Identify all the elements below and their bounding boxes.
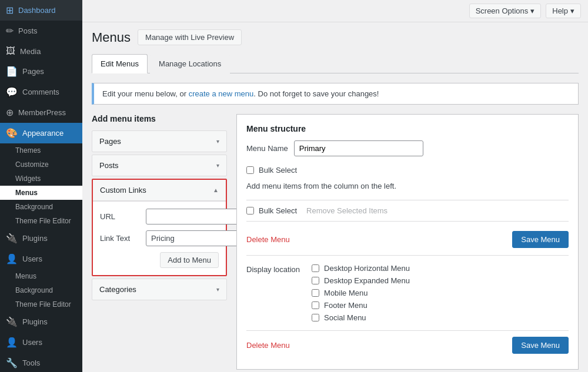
sidebar-sub-theme-file-editor-2[interactable]: Theme File Editor bbox=[0, 297, 82, 311]
info-notice: Edit your menu below, or create a new me… bbox=[92, 83, 579, 105]
location-desktop-horizontal-label: Desktop Horizontal Menu bbox=[324, 264, 410, 273]
sidebar-sub-menus[interactable]: Menus bbox=[0, 186, 82, 200]
delete-save-bottom-row: Delete Menu Save Menu bbox=[246, 330, 569, 360]
sidebar-item-appearance[interactable]: 🎨 Appearance bbox=[0, 123, 82, 143]
sidebar-item-media[interactable]: 🖼 Media bbox=[0, 41, 82, 61]
create-new-menu-link[interactable]: create a new menu bbox=[189, 89, 254, 98]
posts-accordion: Posts ▾ bbox=[92, 155, 227, 176]
users-icon-2: 👤 bbox=[6, 337, 18, 348]
location-footer-menu-checkbox[interactable] bbox=[312, 301, 319, 309]
sidebar-item-plugins-2[interactable]: 🔌 Plugins bbox=[0, 311, 82, 332]
display-location-section: Display location Desktop Horizontal Menu… bbox=[246, 264, 569, 326]
custom-links-arrow-icon: ▲ bbox=[213, 187, 219, 193]
delete-save-top-row: Delete Menu Save Menu bbox=[246, 231, 569, 256]
location-desktop-expanded-checkbox[interactable] bbox=[312, 277, 319, 284]
right-column: Menu structure Menu Name Bulk Select Add… bbox=[236, 114, 579, 370]
action-bar-top: Bulk Select Remove Selected Items bbox=[246, 200, 569, 222]
add-menu-items-title: Add menu items bbox=[92, 114, 227, 123]
media-icon: 🖼 bbox=[6, 46, 15, 56]
remove-selected-items-link[interactable]: Remove Selected Items bbox=[306, 206, 387, 215]
save-menu-top-button[interactable]: Save Menu bbox=[512, 231, 569, 248]
comments-icon: 💬 bbox=[6, 86, 18, 98]
custom-links-accordion: Custom Links ▲ URL Link Text bbox=[92, 179, 227, 276]
bulk-select-top-label: Bulk Select bbox=[259, 166, 297, 175]
bulk-select-bottom-label: Bulk Select bbox=[259, 206, 297, 215]
url-row: URL bbox=[100, 209, 219, 224]
bulk-select-bottom-checkbox[interactable] bbox=[246, 207, 254, 215]
link-text-label: Link Text bbox=[100, 234, 141, 243]
pages-accordion-header[interactable]: Pages ▾ bbox=[92, 131, 226, 152]
pages-accordion: Pages ▾ bbox=[92, 130, 227, 152]
location-checkboxes: Desktop Horizontal Menu Desktop Expanded… bbox=[312, 264, 410, 326]
help-button[interactable]: Help ▾ bbox=[546, 4, 581, 18]
memberpress-icon: ⊕ bbox=[6, 107, 14, 118]
location-desktop-expanded: Desktop Expanded Menu bbox=[312, 276, 410, 285]
plugins-icon-2: 🔌 bbox=[6, 316, 18, 327]
add-to-menu-button[interactable]: Add to Menu bbox=[160, 252, 219, 268]
sidebar-sub-themes[interactable]: Themes bbox=[0, 143, 82, 157]
sidebar-item-posts[interactable]: ✏ Posts bbox=[0, 21, 82, 41]
posts-icon: ✏ bbox=[6, 25, 14, 36]
left-column: Add menu items Pages ▾ Posts ▾ bbox=[92, 114, 227, 303]
delete-menu-bottom-link[interactable]: Delete Menu bbox=[246, 341, 290, 350]
menu-name-input[interactable] bbox=[294, 140, 423, 156]
appearance-icon: 🎨 bbox=[6, 128, 18, 139]
pages-icon: 📄 bbox=[6, 66, 18, 77]
live-preview-button[interactable]: Manage with Live Preview bbox=[138, 29, 242, 45]
page-area: Menus Manage with Live Preview Edit Menu… bbox=[82, 22, 588, 372]
location-social-menu-label: Social Menu bbox=[324, 313, 366, 322]
location-mobile-menu-checkbox[interactable] bbox=[312, 289, 319, 297]
location-footer-menu: Footer Menu bbox=[312, 301, 410, 310]
page-header: Menus Manage with Live Preview bbox=[92, 29, 579, 45]
sidebar-item-users[interactable]: 👤 Users bbox=[0, 249, 82, 269]
users-icon: 👤 bbox=[6, 253, 18, 264]
location-social-menu-checkbox[interactable] bbox=[312, 314, 319, 321]
location-footer-menu-label: Footer Menu bbox=[324, 301, 368, 310]
add-items-hint: Add menu items from the column on the le… bbox=[246, 182, 569, 190]
sidebar-sub-menus-2[interactable]: Menus bbox=[0, 269, 82, 283]
delete-menu-top-link[interactable]: Delete Menu bbox=[246, 235, 290, 244]
screen-options-button[interactable]: Screen Options ▾ bbox=[469, 4, 542, 18]
menu-structure-title: Menu structure bbox=[246, 124, 569, 133]
sidebar-item-tools[interactable]: 🔧 Tools bbox=[0, 353, 82, 372]
categories-accordion-arrow-icon: ▾ bbox=[216, 286, 219, 293]
link-text-row: Link Text bbox=[100, 230, 219, 246]
categories-accordion: Categories ▾ bbox=[92, 279, 227, 300]
tools-icon: 🔧 bbox=[6, 357, 18, 368]
sidebar-sub-background[interactable]: Background bbox=[0, 200, 82, 214]
page-title: Menus bbox=[92, 30, 131, 45]
sidebar-sub-theme-file-editor[interactable]: Theme File Editor bbox=[0, 214, 82, 228]
location-mobile-menu: Mobile Menu bbox=[312, 289, 410, 297]
location-desktop-horizontal-checkbox[interactable] bbox=[312, 264, 319, 272]
sidebar-item-dashboard[interactable]: ⊞ Dashboard bbox=[0, 0, 82, 21]
location-desktop-horizontal: Desktop Horizontal Menu bbox=[312, 264, 410, 273]
main-content: Screen Options ▾ Help ▾ Menus Manage wit… bbox=[82, 0, 588, 372]
save-menu-bottom-button[interactable]: Save Menu bbox=[512, 337, 569, 354]
bulk-select-top-row: Bulk Select bbox=[246, 166, 569, 175]
categories-accordion-header[interactable]: Categories ▾ bbox=[92, 279, 226, 300]
tab-manage-locations[interactable]: Manage Locations bbox=[150, 54, 230, 73]
sidebar-sub-background-2[interactable]: Background bbox=[0, 283, 82, 297]
custom-links-accordion-header[interactable]: Custom Links ▲ bbox=[93, 180, 226, 201]
location-social-menu: Social Menu bbox=[312, 313, 410, 322]
sidebar-item-memberpress[interactable]: ⊕ MemberPress bbox=[0, 102, 82, 123]
location-mobile-menu-label: Mobile Menu bbox=[324, 289, 368, 297]
pages-accordion-arrow-icon: ▾ bbox=[216, 138, 219, 145]
bulk-select-top-checkbox[interactable] bbox=[246, 166, 254, 174]
display-location-label: Display location bbox=[246, 264, 300, 274]
top-bar: Screen Options ▾ Help ▾ bbox=[82, 0, 588, 22]
sidebar-item-users-2[interactable]: 👤 Users bbox=[0, 332, 82, 353]
sidebar-item-pages[interactable]: 📄 Pages bbox=[0, 61, 82, 82]
tab-edit-menus[interactable]: Edit Menus bbox=[92, 54, 148, 73]
sidebar-item-comments[interactable]: 💬 Comments bbox=[0, 82, 82, 102]
sidebar-item-plugins[interactable]: 🔌 Plugins bbox=[0, 228, 82, 249]
posts-accordion-header[interactable]: Posts ▾ bbox=[92, 155, 226, 176]
menu-name-label: Menu Name bbox=[246, 144, 288, 153]
sidebar-sub-widgets[interactable]: Widgets bbox=[0, 172, 82, 186]
url-label: URL bbox=[100, 212, 141, 221]
tabs: Edit Menus Manage Locations bbox=[92, 53, 579, 73]
plugins-icon: 🔌 bbox=[6, 233, 18, 244]
custom-links-body: URL Link Text Add to Menu bbox=[93, 201, 226, 275]
sidebar: ⊞ Dashboard ✏ Posts 🖼 Media 📄 Pages 💬 Co… bbox=[0, 0, 82, 372]
sidebar-sub-customize[interactable]: Customize bbox=[0, 157, 82, 172]
